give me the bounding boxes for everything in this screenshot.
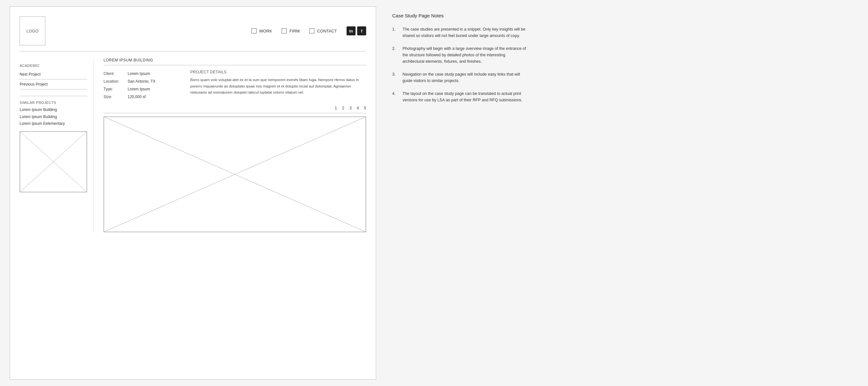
nav-checkbox-contact	[309, 28, 314, 33]
logo-box: LOGO	[20, 17, 45, 46]
type-row: Type: Lorem Ipsum	[103, 85, 181, 93]
location-row: Location: San Antonio, TX	[103, 78, 181, 85]
header: LOGO WORK FIRM CONTACT in f	[20, 17, 366, 52]
size-label: Size:	[103, 93, 124, 101]
notes-panel: Case Study Page Notes 1. The case studie…	[382, 0, 537, 386]
note-item-2: 2. Photography will begin with a large o…	[392, 46, 527, 65]
note-item-4: 4. The layout on the case study page can…	[392, 90, 527, 103]
wireframe-panel: LOGO WORK FIRM CONTACT in f	[10, 6, 376, 380]
note-number-3: 3.	[392, 71, 400, 84]
note-number-1: 1.	[392, 26, 400, 39]
note-item-3: 3. Navigation on the case study pages wi…	[392, 71, 527, 84]
location-label: Location:	[103, 78, 124, 85]
pagination-area: 1 2 3 4 5	[103, 106, 366, 113]
social-icons: in f	[346, 26, 366, 35]
nav-checkbox-firm	[282, 28, 287, 33]
nav-item-contact[interactable]: CONTACT	[309, 28, 337, 33]
left-sidebar: ACADEMIC Next Project Previous Project S…	[20, 58, 94, 232]
nav-area: WORK FIRM CONTACT in f	[55, 26, 366, 35]
note-number-2: 2.	[392, 46, 400, 65]
similar-project-3[interactable]: Lorem Ipsum Eelementary	[20, 120, 87, 127]
note-text-1: The case studies are presented in a snip…	[403, 26, 527, 39]
page-3[interactable]: 3	[349, 106, 352, 110]
nav-label-work: WORK	[259, 29, 272, 33]
page-1[interactable]: 1	[335, 106, 337, 110]
project-description: Borro quam volo voluptat atet ex et la s…	[190, 77, 366, 96]
client-value: Lorem Ipsum	[128, 70, 150, 78]
linkedin-icon[interactable]: in	[346, 26, 355, 35]
page-5[interactable]: 5	[364, 106, 366, 110]
note-text-3: Navigation on the case study pages will …	[403, 71, 527, 84]
project-details-title: PROJECT DETAILS	[190, 70, 366, 74]
note-item-1: 1. The case studies are presented in a s…	[392, 26, 527, 39]
category-label: ACADEMIC	[20, 64, 87, 67]
project-details: PROJECT DETAILS Borro quam volo voluptat…	[190, 70, 366, 101]
client-label: Client:	[103, 70, 124, 78]
type-label: Type:	[103, 85, 124, 93]
logo-label: LOGO	[26, 29, 38, 33]
right-content: LOREM IPSUM BUILDING Client: Lorem Ipsum…	[94, 58, 366, 232]
previous-project-link[interactable]: Previous Project	[20, 80, 87, 89]
note-text-2: Photography will begin with a large over…	[403, 46, 527, 65]
type-value: Lorem Ipsum	[128, 85, 150, 93]
page-2[interactable]: 2	[342, 106, 344, 110]
client-row: Client: Lorem Ipsum	[103, 70, 181, 78]
location-value: San Antonio, TX	[128, 78, 156, 85]
project-info: Client: Lorem Ipsum Location: San Antoni…	[103, 70, 181, 101]
nav-label-firm: FIRM	[289, 29, 300, 33]
two-col-layout: Client: Lorem Ipsum Location: San Antoni…	[103, 70, 366, 101]
size-row: Size: 120,000 sf	[103, 93, 181, 101]
size-value: 120,000 sf	[128, 93, 146, 101]
nav-checkbox-work	[251, 28, 256, 33]
similar-projects-label: SIMILAR PROJECTS	[20, 96, 87, 105]
page-4[interactable]: 4	[357, 106, 359, 110]
main-content: ACADEMIC Next Project Previous Project S…	[20, 58, 366, 232]
facebook-icon[interactable]: f	[357, 26, 366, 35]
next-project-link[interactable]: Next Project	[20, 69, 87, 80]
nav-label-contact: CONTACT	[317, 29, 337, 33]
note-text-4: The layout on the case study page can be…	[403, 90, 527, 103]
similar-project-1[interactable]: Lorem Ipsum Building	[20, 107, 87, 114]
project-title: LOREM IPSUM BUILDING	[103, 58, 366, 65]
note-number-4: 4.	[392, 90, 400, 103]
main-image-placeholder	[103, 116, 366, 232]
notes-title: Case Study Page Notes	[392, 13, 527, 18]
nav-item-firm[interactable]: FIRM	[282, 28, 300, 33]
nav-item-work[interactable]: WORK	[251, 28, 272, 33]
similar-project-2[interactable]: Lorem Ipsum Building	[20, 114, 87, 121]
sidebar-thumbnail	[20, 131, 87, 192]
